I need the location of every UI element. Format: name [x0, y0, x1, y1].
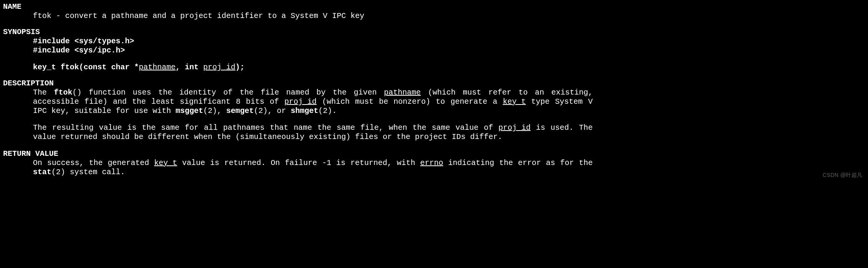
text: On success, the generated — [33, 159, 154, 167]
proto-mid: , int — [176, 63, 203, 72]
proto-lead: key_t ftok(const char * — [33, 63, 139, 72]
name-line: ftok - convert a pathname and a project … — [3, 11, 593, 21]
ref-msgget: msgget — [176, 106, 203, 115]
section-synopsis: SYNOPSIS #include <sys/types.h> #include… — [3, 28, 865, 72]
text: value is returned. On failure -1 is retu… — [177, 159, 420, 167]
var-errno: errno — [420, 159, 443, 167]
arg-projid: proj_id — [498, 123, 531, 132]
ref-stat: stat — [33, 168, 51, 176]
func-ftok: ftok — [54, 88, 72, 97]
proto-arg-pathname: pathname — [139, 63, 176, 72]
section-name: NAME ftok - convert a pathname and a pro… — [3, 2, 865, 21]
heading-name: NAME — [3, 2, 865, 11]
text: The — [33, 88, 54, 97]
watermark: CSDN @叶超凡 — [823, 172, 863, 178]
text: (2) system call. — [51, 168, 125, 176]
description-para-1: The ftok() function uses the identity of… — [3, 88, 593, 116]
description-para-2: The resulting value is the same for all … — [3, 123, 593, 142]
section-return: RETURN VALUE On success, the generated k… — [3, 149, 865, 177]
heading-description: DESCRIPTION — [3, 79, 865, 88]
arg-pathname: pathname — [384, 88, 421, 97]
ref-semget: semget — [226, 106, 254, 115]
text: indicating the error as for the — [443, 159, 593, 167]
return-para: On success, the generated key_t value is… — [3, 159, 593, 177]
text: (2). — [318, 106, 337, 115]
manpage: NAME ftok - convert a pathname and a pro… — [0, 0, 868, 181]
blank-line — [3, 55, 593, 63]
text: () function uses the identity of the fil… — [72, 88, 384, 97]
heading-synopsis: SYNOPSIS — [3, 28, 865, 37]
prototype-line: key_t ftok(const char *pathname, int pro… — [3, 63, 593, 72]
include-line-2: #include <sys/ipc.h> — [3, 46, 593, 55]
text: The resulting value is the same for all … — [33, 123, 498, 132]
heading-return: RETURN VALUE — [3, 149, 865, 159]
ref-shmget: shmget — [291, 106, 318, 115]
text: (which must be nonzero) to generate a — [317, 97, 503, 106]
type-keyt: key_t — [503, 97, 526, 106]
proto-tail: ); — [235, 63, 245, 72]
text: (2), or — [254, 106, 291, 115]
section-description: DESCRIPTION The ftok() function uses the… — [3, 79, 865, 142]
text: (2), — [203, 106, 226, 115]
type-keyt: key_t — [154, 159, 177, 167]
arg-projid: proj_id — [284, 97, 317, 106]
include-line-1: #include <sys/types.h> — [3, 37, 593, 46]
proto-arg-projid: proj_id — [203, 63, 235, 72]
